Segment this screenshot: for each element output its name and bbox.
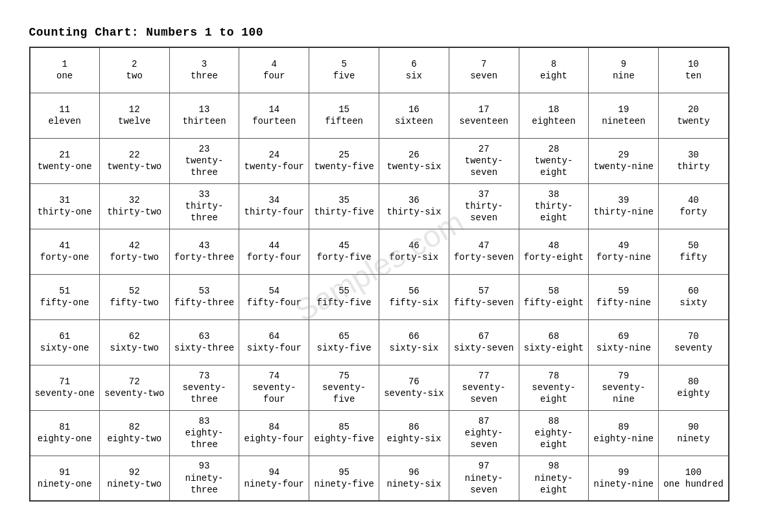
table-cell-2: 2two: [99, 47, 169, 93]
table-cell-70: 70seventy: [659, 319, 729, 365]
table-cell-74: 74seventy-four: [239, 365, 309, 410]
table-cell-22: 22twenty-two: [99, 138, 169, 183]
table-cell-44: 44forty-four: [239, 229, 309, 274]
table-cell-91: 91ninety-one: [30, 456, 100, 501]
table-cell-32: 32thirty-two: [99, 183, 169, 229]
table-cell-27: 27twenty-seven: [449, 138, 519, 183]
table-cell-20: 20twenty: [659, 93, 729, 138]
table-cell-62: 62sixty-two: [99, 319, 169, 365]
table-cell-52: 52fifty-two: [99, 274, 169, 319]
table-cell-82: 82eighty-two: [99, 410, 169, 456]
table-cell-92: 92ninety-two: [99, 456, 169, 501]
table-cell-67: 67sixty-seven: [449, 319, 519, 365]
table-cell-35: 35thirty-five: [309, 183, 379, 229]
chart-title: Counting Chart: Numbers 1 to 100: [29, 26, 729, 39]
table-cell-83: 83eighty-three: [169, 410, 239, 456]
table-cell-36: 36thirty-six: [379, 183, 449, 229]
table-cell-28: 28twenty-eight: [519, 138, 589, 183]
table-cell-12: 12twelve: [99, 93, 169, 138]
table-cell-30: 30thirty: [659, 138, 729, 183]
table-cell-78: 78seventy-eight: [519, 365, 589, 410]
table-cell-93: 93ninety-three: [169, 456, 239, 501]
table-cell-72: 72seventy-two: [99, 365, 169, 410]
table-cell-60: 60sixty: [659, 274, 729, 319]
table-cell-61: 61sixty-one: [30, 319, 100, 365]
table-cell-40: 40forty: [659, 183, 729, 229]
table-cell-10: 10ten: [659, 47, 729, 93]
page-container: Counting Chart: Numbers 1 to 100 1one2tw…: [29, 26, 729, 502]
table-cell-3: 3three: [169, 47, 239, 93]
table-cell-68: 68sixty-eight: [519, 319, 589, 365]
table-cell-64: 64sixty-four: [239, 319, 309, 365]
table-cell-49: 49forty-nine: [589, 229, 659, 274]
table-cell-56: 56fifty-six: [379, 274, 449, 319]
table-cell-57: 57fifty-seven: [449, 274, 519, 319]
table-cell-7: 7seven: [449, 47, 519, 93]
table-cell-58: 58fifty-eight: [519, 274, 589, 319]
table-cell-43: 43forty-three: [169, 229, 239, 274]
table-cell-33: 33thirty-three: [169, 183, 239, 229]
table-cell-26: 26twenty-six: [379, 138, 449, 183]
table-cell-48: 48forty-eight: [519, 229, 589, 274]
table-cell-45: 45forty-five: [309, 229, 379, 274]
table-cell-16: 16sixteen: [379, 93, 449, 138]
table-cell-21: 21twenty-one: [30, 138, 100, 183]
table-cell-55: 55fifty-five: [309, 274, 379, 319]
table-cell-76: 76seventy-six: [379, 365, 449, 410]
table-cell-13: 13thirteen: [169, 93, 239, 138]
table-cell-25: 25twenty-five: [309, 138, 379, 183]
table-cell-65: 65sixty-five: [309, 319, 379, 365]
table-cell-71: 71seventy-one: [30, 365, 100, 410]
table-cell-84: 84eighty-four: [239, 410, 309, 456]
table-cell-79: 79seventy-nine: [589, 365, 659, 410]
table-cell-88: 88eighty-eight: [519, 410, 589, 456]
table-cell-41: 41forty-one: [30, 229, 100, 274]
table-cell-77: 77seventy-seven: [449, 365, 519, 410]
table-cell-5: 5five: [309, 47, 379, 93]
table-cell-97: 97ninety-seven: [449, 456, 519, 501]
table-cell-6: 6six: [379, 47, 449, 93]
table-cell-96: 96ninety-six: [379, 456, 449, 501]
table-cell-15: 15fifteen: [309, 93, 379, 138]
table-cell-100: 100one hundred: [659, 456, 729, 501]
table-cell-99: 99ninety-nine: [589, 456, 659, 501]
table-cell-69: 69sixty-nine: [589, 319, 659, 365]
table-cell-86: 86eighty-six: [379, 410, 449, 456]
table-cell-9: 9nine: [589, 47, 659, 93]
table-cell-80: 80eighty: [659, 365, 729, 410]
table-cell-38: 38thirty-eight: [519, 183, 589, 229]
table-cell-14: 14fourteen: [239, 93, 309, 138]
table-cell-98: 98ninety-eight: [519, 456, 589, 501]
table-cell-81: 81eighty-one: [30, 410, 100, 456]
table-cell-59: 59fifty-nine: [589, 274, 659, 319]
table-cell-4: 4four: [239, 47, 309, 93]
table-cell-87: 87eighty-seven: [449, 410, 519, 456]
table-cell-42: 42forty-two: [99, 229, 169, 274]
table-cell-31: 31thirty-one: [30, 183, 100, 229]
table-cell-75: 75seventy-five: [309, 365, 379, 410]
table-cell-24: 24twenty-four: [239, 138, 309, 183]
table-cell-54: 54fifty-four: [239, 274, 309, 319]
table-cell-95: 95ninety-five: [309, 456, 379, 501]
table-cell-19: 19nineteen: [589, 93, 659, 138]
table-cell-17: 17seventeen: [449, 93, 519, 138]
table-cell-34: 34thirty-four: [239, 183, 309, 229]
table-cell-37: 37thirty-seven: [449, 183, 519, 229]
table-cell-85: 85eighty-five: [309, 410, 379, 456]
table-cell-89: 89eighty-nine: [589, 410, 659, 456]
table-cell-11: 11eleven: [30, 93, 100, 138]
table-cell-8: 8eight: [519, 47, 589, 93]
table-cell-39: 39thirty-nine: [589, 183, 659, 229]
table-cell-46: 46forty-six: [379, 229, 449, 274]
table-cell-1: 1one: [30, 47, 100, 93]
table-cell-94: 94ninety-four: [239, 456, 309, 501]
table-cell-73: 73seventy-three: [169, 365, 239, 410]
table-cell-50: 50fifty: [659, 229, 729, 274]
table-cell-53: 53fifty-three: [169, 274, 239, 319]
table-cell-47: 47forty-seven: [449, 229, 519, 274]
table-cell-63: 63sixty-three: [169, 319, 239, 365]
table-cell-29: 29twenty-nine: [589, 138, 659, 183]
table-cell-51: 51fifty-one: [30, 274, 100, 319]
table-cell-18: 18eighteen: [519, 93, 589, 138]
table-cell-90: 90ninety: [659, 410, 729, 456]
